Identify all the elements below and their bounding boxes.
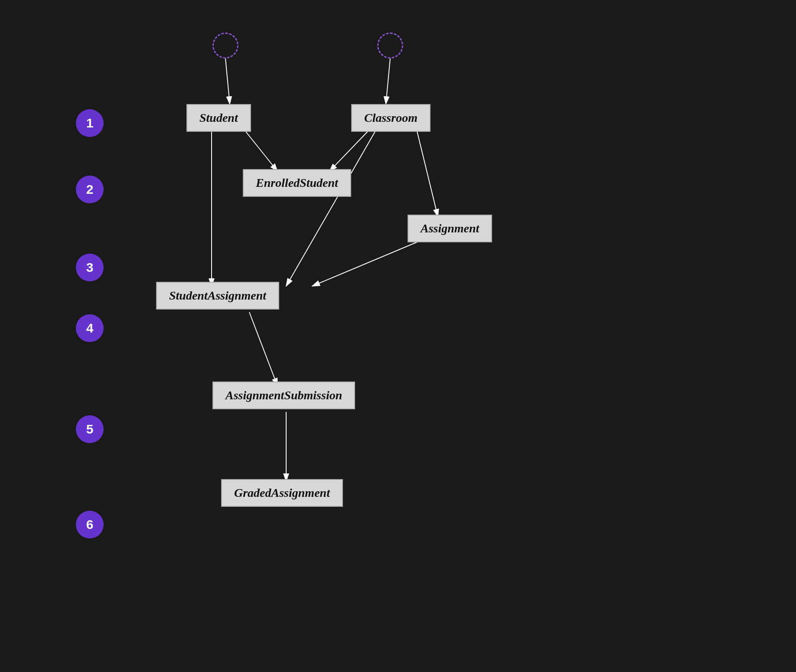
assignment-node: Assignment xyxy=(408,215,492,242)
dashed-circle-1 xyxy=(212,33,238,59)
dashed-circle-2 xyxy=(377,33,403,59)
connections-svg xyxy=(0,0,796,672)
svg-line-6 xyxy=(416,128,438,217)
svg-line-9 xyxy=(249,312,277,386)
svg-line-8 xyxy=(312,241,421,286)
svg-line-2 xyxy=(386,59,390,104)
diagram-container: Student Classroom EnrolledStudent Assign… xyxy=(0,0,796,672)
svg-line-7 xyxy=(286,128,377,286)
number-badge-4: 4 xyxy=(76,314,104,342)
svg-line-1 xyxy=(225,59,230,104)
assignment-submission-node: AssignmentSubmission xyxy=(212,382,355,409)
student-assignment-node: StudentAssignment xyxy=(156,282,279,310)
classroom-node: Classroom xyxy=(351,104,431,132)
graded-assignment-node: GradedAssignment xyxy=(221,479,343,507)
enrolled-student-node: EnrolledStudent xyxy=(243,169,351,197)
number-badge-6: 6 xyxy=(76,511,104,538)
number-badge-5: 5 xyxy=(76,415,104,443)
svg-line-5 xyxy=(329,128,371,171)
number-badge-3: 3 xyxy=(76,254,104,281)
svg-line-3 xyxy=(243,128,277,171)
number-badge-1: 1 xyxy=(76,109,104,137)
student-node: Student xyxy=(186,104,251,132)
number-badge-2: 2 xyxy=(76,176,104,203)
